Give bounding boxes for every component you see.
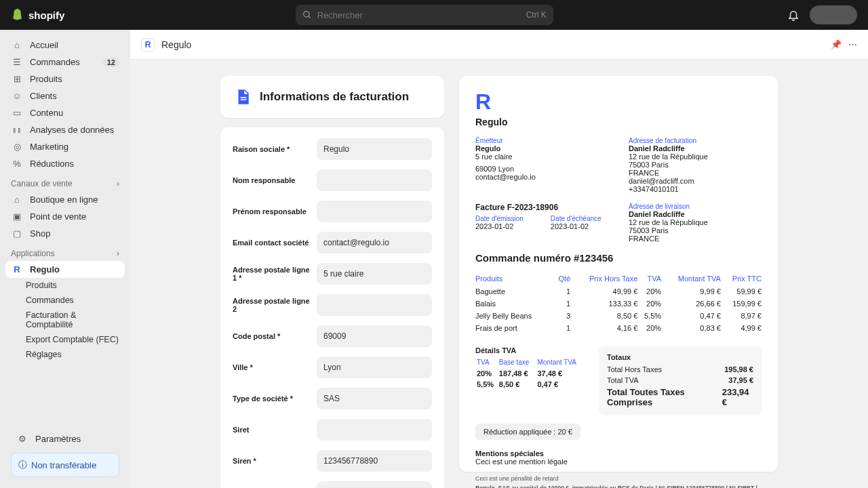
- nav-discounts[interactable]: %Réductions: [5, 155, 125, 172]
- nav-analytics[interactable]: ⫾⫾Analyses de données: [5, 121, 125, 138]
- main: R Regulo 📌 ⋯ Informations de facturation…: [130, 30, 868, 488]
- input-lname[interactable]: [317, 169, 432, 191]
- chevron-right-icon[interactable]: ›: [117, 249, 119, 258]
- channel-pos[interactable]: ▣Point de vente: [5, 208, 125, 225]
- nav-label: Analyses de données: [30, 125, 114, 135]
- emitter-line: contact@regulo.io: [475, 173, 608, 181]
- page-title: Regulo: [161, 39, 191, 50]
- bill-label: Adresse de facturation: [629, 137, 762, 144]
- app-icon: R: [11, 264, 23, 274]
- bill-line: 12 rue de la République: [629, 152, 762, 161]
- col-amt: Montant TVA: [661, 272, 721, 285]
- shopify-icon: [11, 8, 24, 22]
- col-ttc: Prix TTC: [721, 272, 762, 285]
- mentions-text: Ceci est une mention légale: [475, 458, 762, 466]
- svg-line-1: [308, 16, 310, 18]
- table-row: Jelly Belly Beans38,50 €5,5%0,47 €8,97 €: [475, 310, 762, 322]
- billing-form: Raison sociale * Nom responsable Prénom …: [220, 127, 444, 488]
- input-type[interactable]: [317, 388, 432, 409]
- nav-home[interactable]: ⌂Accueil: [5, 37, 125, 54]
- app-sub-products[interactable]: Produits: [5, 278, 125, 293]
- search-shortcut: Ctrl K: [526, 10, 547, 20]
- home-icon: ⌂: [11, 40, 23, 50]
- app-sub-orders[interactable]: Commandes: [5, 293, 125, 308]
- page-header: R Regulo 📌 ⋯: [130, 30, 868, 60]
- mentions-label: Mentions spéciales: [475, 449, 762, 458]
- orders-badge: 12: [103, 58, 119, 67]
- input-email[interactable]: [317, 232, 432, 253]
- ship-line: 12 rue de la République: [629, 218, 762, 226]
- line-items-table: Produits Qté Prix Hors Taxe TVA Montant …: [475, 272, 762, 334]
- pin-icon[interactable]: 📌: [831, 39, 842, 49]
- nav-customers[interactable]: ☺Clients: [5, 87, 125, 104]
- app-regulo[interactable]: RRegulo: [5, 261, 125, 278]
- input-addr1[interactable]: [317, 263, 432, 285]
- app-sub-export[interactable]: Export Comptable (FEC): [5, 332, 125, 347]
- input-vat[interactable]: [317, 481, 432, 488]
- input-fname[interactable]: [317, 201, 432, 222]
- bill-line: 75003 Paris: [629, 161, 762, 169]
- invoice-logo-icon: R: [475, 89, 497, 114]
- input-siret[interactable]: [317, 419, 432, 441]
- gear-icon: ⚙: [16, 434, 28, 444]
- input-company[interactable]: [317, 138, 432, 160]
- nav-label: Produits: [30, 74, 62, 84]
- search-input[interactable]: [317, 10, 521, 20]
- tva-col-base: Base taxe: [499, 359, 536, 367]
- nav-label: Commandes: [30, 57, 80, 67]
- channel-online[interactable]: ⌂Boutique en ligne: [5, 191, 125, 208]
- nav-label: Regulo: [30, 264, 60, 274]
- invoice-number: Facture F-2023-18906: [475, 203, 608, 212]
- channels-header: Canaux de vente›: [5, 172, 125, 191]
- label-siren: Siren *: [233, 457, 310, 465]
- nav-orders[interactable]: ☰Commandes12: [5, 54, 125, 70]
- channel-shop[interactable]: ▢Shop: [5, 225, 125, 242]
- issued-value: 2023-01-02: [475, 222, 524, 230]
- svg-rect-2: [241, 97, 247, 98]
- total-tva: 37,95 €: [728, 376, 753, 384]
- app-sub-settings[interactable]: Réglages: [5, 347, 125, 362]
- input-city[interactable]: [317, 357, 432, 378]
- bill-line: +33474010101: [629, 185, 762, 193]
- search-bar[interactable]: Ctrl K: [296, 5, 553, 25]
- table-row: Baguette149,99 €20%9,99 €59,99 €: [475, 285, 762, 298]
- emitter-label: Émetteur: [475, 137, 608, 144]
- form-header-card: Informations de facturation: [220, 76, 444, 118]
- sidebar: ⌂Accueil ☰Commandes12 ⊞Produits ☺Clients…: [0, 30, 130, 488]
- chevron-right-icon[interactable]: ›: [117, 179, 119, 188]
- nav-label: Shop: [30, 228, 50, 239]
- input-siren[interactable]: [317, 450, 432, 472]
- brand-text: shopify: [28, 9, 64, 21]
- due-label: Date d'échéance: [551, 215, 601, 222]
- app-sub-billing[interactable]: Facturation & Comptabilité: [5, 308, 125, 332]
- label-addr1: Adresse postale ligne 1 *: [233, 266, 310, 282]
- nav-marketing[interactable]: ◎Marketing: [5, 138, 125, 155]
- col-prod: Produits: [475, 272, 554, 285]
- input-zip[interactable]: [317, 325, 432, 347]
- emitter-line: 5 rue claire: [475, 152, 608, 161]
- emitter-name: Regulo: [475, 144, 608, 152]
- nav-label: Boutique en ligne: [30, 195, 98, 205]
- notifications-button[interactable]: [784, 5, 803, 24]
- brand-logo[interactable]: shopify: [11, 8, 64, 22]
- bill-line: daniel@radcliff.com: [629, 177, 762, 185]
- total-ttc: 233,94 €: [722, 387, 753, 407]
- search-icon: [302, 10, 312, 20]
- svg-rect-3: [241, 99, 247, 100]
- nav-content[interactable]: ▭Contenu: [5, 104, 125, 121]
- total-tva-label: Total TVA: [607, 376, 639, 384]
- document-icon: [234, 88, 252, 106]
- ship-label: Adresse de livraison: [629, 203, 762, 210]
- label-siret: Siret: [233, 426, 310, 434]
- tva-title: Détails TVA: [475, 346, 587, 354]
- nav-products[interactable]: ⊞Produits: [5, 70, 125, 87]
- legal-text: Regulo, SAS au capital de 10000 €, immat…: [475, 485, 762, 488]
- nav-settings[interactable]: ⚙Paramètres: [11, 430, 119, 447]
- more-icon[interactable]: ⋯: [848, 39, 857, 49]
- input-addr2[interactable]: [317, 294, 432, 316]
- app-badge-icon: R: [141, 38, 155, 52]
- table-row: Frais de port14,16 €20%0,83 €4,99 €: [475, 322, 762, 334]
- account-menu[interactable]: [810, 5, 857, 24]
- invoice-preview: R Regulo Émetteur Regulo 5 rue claire 69…: [459, 76, 778, 472]
- percent-icon: %: [11, 159, 23, 169]
